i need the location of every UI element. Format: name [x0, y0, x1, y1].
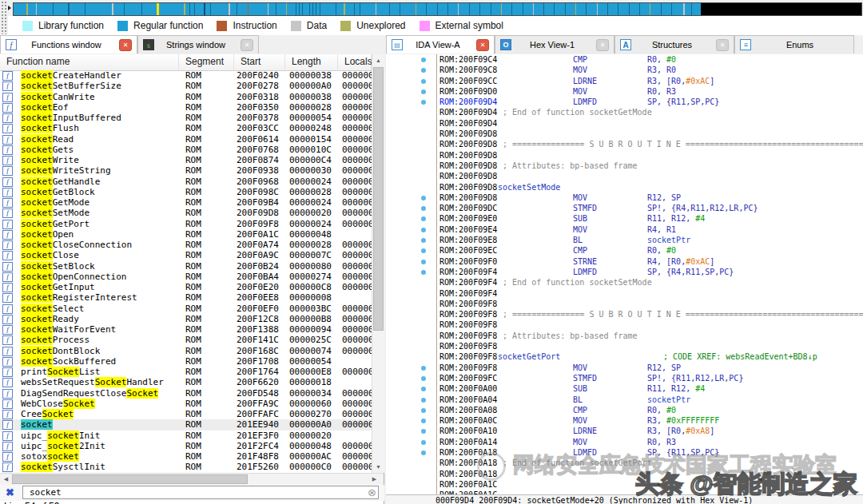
table-row[interactable]: fsocketCloseConnectionROM200F0A740000002…: [0, 240, 372, 250]
disasm-line[interactable]: ROM:200F0A10LDRNER3, [R0,#0xA8]: [386, 426, 863, 436]
table-row[interactable]: fsocketDontBlockROM200F168C0000007400000…: [0, 346, 372, 356]
disasm-line[interactable]: ROM:200F09E8BLsocketPtr: [386, 235, 863, 245]
table-row[interactable]: fsocketInputBufferedROM200F0378000000540…: [0, 113, 372, 123]
table-row[interactable]: fsocketGetHandleROM200F09680000002400000…: [0, 177, 372, 187]
disasm-line[interactable]: ROM:200F09F8 ; Attributes: bp-based fram…: [386, 331, 863, 341]
filter-input[interactable]: [22, 486, 379, 499]
table-row[interactable]: fsocketOpenConnectionROM200F0BA400000274…: [0, 272, 372, 282]
disasm-line[interactable]: ROM:200F09F8 socketGetPort; CODE XREF: w…: [386, 351, 863, 362]
close-icon[interactable]: ✕: [476, 39, 489, 51]
disasm-line[interactable]: ROM:200F09D4LDMFDSP, {R11,SP,PC}: [386, 97, 863, 107]
table-row[interactable]: fsocketWriteStringROM200F093800000030000…: [0, 165, 372, 176]
disasm-line[interactable]: ROM:200F09D8: [386, 129, 863, 139]
table-row[interactable]: fDiagSendRequestCloseSocketROM200FD54800…: [0, 388, 372, 399]
scroll-up-icon[interactable]: ▲: [372, 54, 384, 66]
disasm-line[interactable]: ROM:200F09F8: [386, 341, 863, 351]
close-icon[interactable]: ✕: [241, 39, 253, 51]
table-header[interactable]: Function nameSegmentStartLengthLocals: [0, 54, 372, 71]
table-row[interactable]: fsocketSysctlInitROM201F5260000000C00000…: [0, 462, 372, 472]
table-row[interactable]: fsocketProcessROM200F141C0000025C0000006…: [0, 335, 372, 345]
disasm-line[interactable]: ROM:200F0A1C: [386, 479, 863, 490]
disasm-line[interactable]: ROM:200F09F4LDMFDSP, {R4,R11,SP,PC}: [386, 267, 863, 277]
scroll-down-icon[interactable]: ▼: [372, 461, 384, 473]
disasm-line[interactable]: ROM:200F0A08CMPR0, #0: [386, 405, 863, 415]
table-row[interactable]: fsocketROM201EE940000000A00000001C: [0, 419, 372, 430]
disasm-line[interactable]: ROM:200F09C4CMPR0, #0: [386, 54, 863, 65]
disasm-line[interactable]: ROM:200F0A18 ; End of function socketGet…: [386, 458, 863, 468]
table-row[interactable]: fCreeSocketROM200FFAFC000002700000004C: [0, 409, 372, 419]
table-row[interactable]: fsocketSetBlockROM200F0B2400000080000000…: [0, 261, 372, 272]
disasm-line[interactable]: ROM:200F09D8 socketSetMode: [386, 182, 863, 192]
toolbar-grip[interactable]: [0, 0, 8, 34]
disasm-line[interactable]: ROM:200F09DCSTMFDSP!, {R4,R11,R12,LR,PC}: [386, 203, 863, 213]
disasm-line[interactable]: ROM:200F09F4: [386, 288, 863, 299]
disasm-line[interactable]: ROM:200F09F4 ; End of function socketSet…: [386, 277, 863, 288]
disasm-line[interactable]: ROM:200F0A00SUBR11, R12, #4: [386, 383, 863, 394]
disasm-line[interactable]: ROM:200F0A04BLsocketPtr: [386, 395, 863, 405]
table-row[interactable]: fsocketSetModeROM200F09D8000000200000001…: [0, 208, 372, 218]
table-row[interactable]: fuipc_socket2InitROM201F2FC4000000480000…: [0, 441, 372, 451]
table-row[interactable]: fsocketSetBufferSizeROM200F0278000000A00…: [0, 81, 372, 91]
disasm-line[interactable]: ROM:200F09C8MOVR3, R0: [386, 65, 863, 75]
disasm-line[interactable]: ROM:200F0A0CMOVR3, #0xFFFFFFFF: [386, 415, 863, 426]
disasm-line[interactable]: ROM:200F09D8 ; =============== S U B R O…: [386, 139, 863, 149]
table-row[interactable]: fsocketGetsROM200F07680000010C00000028: [0, 145, 372, 155]
table-row[interactable]: fsocketWriteROM200F0874000000C40000002C: [0, 155, 372, 165]
disasm-line[interactable]: ROM:200F09D8: [386, 171, 863, 181]
disasm-line[interactable]: ROM:200F09CCLDRNER3, [R0,#0xAC]: [386, 76, 863, 86]
column-header-start[interactable]: Start: [234, 54, 285, 69]
disasm-line[interactable]: ROM:200F0A14MOVR0, R3: [386, 437, 863, 447]
disasm-line[interactable]: ROM:200F0A18: [386, 469, 863, 479]
disasm-line[interactable]: ROM:200F09D4: [386, 118, 863, 129]
table-row[interactable]: fsocketGetPortROM200F09F8000000240000001…: [0, 219, 372, 229]
nav-band[interactable]: [13, 2, 862, 16]
column-header-locals[interactable]: Locals: [338, 54, 372, 69]
close-icon[interactable]: ✕: [596, 39, 609, 51]
column-header-segment[interactable]: Segment: [179, 54, 234, 69]
disasm-line[interactable]: ROM:200F09F8: [386, 299, 863, 309]
scroll-right-icon[interactable]: ▶: [368, 474, 380, 485]
column-header-length[interactable]: Length: [285, 54, 338, 69]
disasm-line[interactable]: ROM:200F09F8MOVR12, SP: [386, 363, 863, 373]
table-row[interactable]: fprintSocketListROM200F1764000000E800000…: [0, 367, 372, 377]
tab-strings-window[interactable]: sStrings window✕: [137, 35, 259, 54]
close-icon[interactable]: ✕: [716, 39, 729, 51]
disasm-line[interactable]: ROM:200F0A18LDMFDSP, {R11,SP,PC}: [386, 447, 863, 458]
disasm-line[interactable]: ROM:200F09D0MOVR0, R3: [386, 86, 863, 97]
disasm-line[interactable]: ROM:200F09D8: [386, 150, 863, 161]
tab-ida-view-a[interactable]: ▤IDA View-A✕: [386, 35, 495, 54]
column-header-function-name[interactable]: Function name: [0, 54, 179, 69]
table-row[interactable]: fsocketGetInputROM200F0E20000000C8000000…: [0, 282, 372, 292]
table-row[interactable]: fsocketOpenROM200F0A1C00000048: [0, 229, 372, 240]
table-row[interactable]: fsocketGetModeROM200F09B4000000240000001…: [0, 197, 372, 208]
table-row[interactable]: fsocketWaitForEventROM200F13880000009400…: [0, 324, 372, 335]
table-row[interactable]: fsocketCreateHandlerROM200F0240000000380…: [0, 70, 372, 81]
table-row[interactable]: fsocketEofROM200F03500000002800000010: [0, 102, 372, 113]
scroll-left-icon[interactable]: ◀: [0, 474, 12, 485]
table-row[interactable]: fsocketFlushROM200F03CC0000024800000048: [0, 123, 372, 133]
horizontal-scrollbar[interactable]: ◀ ▶: [0, 473, 384, 485]
table-row[interactable]: fsocketReadyROM200F12C8000000B800000024: [0, 314, 372, 324]
disasm-line[interactable]: ROM:200F09E0SUBR11, R12, #4: [386, 213, 863, 224]
table-row[interactable]: fsocketSockBufferedROM200F170800000054: [0, 356, 372, 367]
disasm-line[interactable]: ROM:200F09E4MOVR4, R1: [386, 224, 863, 235]
table-row[interactable]: fsocketGetBlockROM200F098C00000028000000…: [0, 187, 372, 197]
table-row[interactable]: fWebCloseSocketROM200FFA9C00000060000000…: [0, 399, 372, 409]
close-icon[interactable]: ✕: [119, 39, 132, 51]
disasm-line[interactable]: ROM:200F09D8MOVR12, SP: [386, 192, 863, 203]
hscroll-thumb[interactable]: [12, 474, 248, 484]
disasm-line[interactable]: ROM:200F09D8 ; Attributes: bp-based fram…: [386, 161, 863, 171]
band-position-marker[interactable]: [157, 3, 159, 15]
table-row[interactable]: fuipc_socketInitROM201EF3F000000020: [0, 431, 372, 441]
table-row[interactable]: fsotoxsocketROM201F48F8000000AC00000018: [0, 451, 372, 462]
vertical-scrollbar[interactable]: ▲ ▼: [372, 54, 384, 473]
disasm-line[interactable]: ROM:200F09F8: [386, 319, 863, 330]
disasm-line[interactable]: ROM:200F09F8 ; =============== S U B R O…: [386, 309, 863, 319]
table-row[interactable]: fsocketCanWriteROM200F031800000038000000…: [0, 92, 372, 102]
vscroll-thumb[interactable]: [373, 67, 384, 331]
disasm-line[interactable]: ROM:200F09F0STRNER4, [R0,#0xAC]: [386, 256, 863, 267]
tab-functions-window[interactable]: fFunctions window✕: [0, 35, 137, 54]
disasm-line[interactable]: ROM:200F09D4 ; End of function socketGet…: [386, 107, 863, 117]
table-row[interactable]: fsocketCloseROM200F0A9C0000007C0000001C: [0, 250, 372, 260]
tab-hex-view-1[interactable]: OHex View-1✕: [495, 35, 614, 54]
